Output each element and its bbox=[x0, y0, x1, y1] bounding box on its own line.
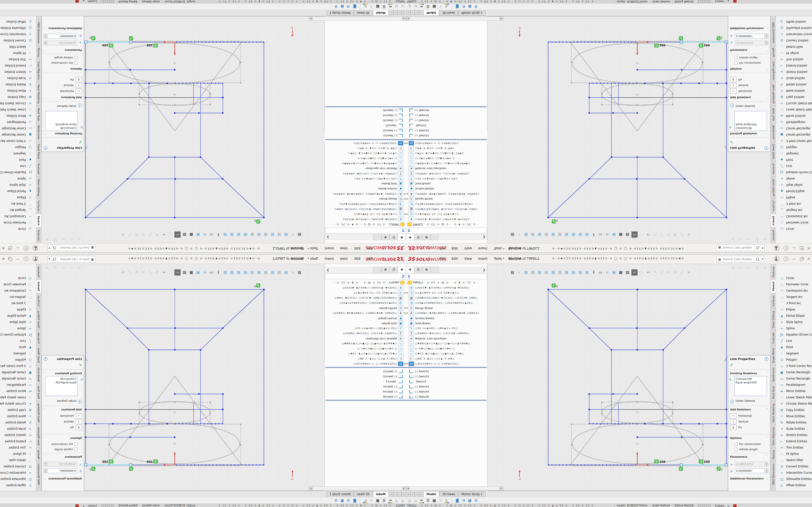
sketch-tool-menu-item[interactable]: ⊏ Offset Entities bbox=[776, 18, 812, 25]
view-tool-icon[interactable]: ▧ bbox=[270, 270, 275, 275]
motion-tool-icon[interactable]: ▦ bbox=[431, 4, 438, 9]
featuremanager-tab[interactable]: ⎘ bbox=[414, 234, 422, 240]
sketch-tool-menu-item[interactable]: ✳ Circular Sketch Pattern bbox=[776, 100, 812, 107]
doc-window-button[interactable]: ❐ bbox=[755, 237, 758, 241]
view-tool-icon[interactable]: ✕ bbox=[666, 232, 671, 237]
doc-window-button[interactable]: ◁ bbox=[78, 266, 81, 270]
sketch-tool-menu-item[interactable]: ⊏ Offset Entities bbox=[0, 18, 36, 25]
commandmanager-tab[interactable]: Sketch bbox=[36, 214, 41, 227]
doc-window-button[interactable]: — bbox=[747, 237, 750, 241]
tree-item-sketch[interactable]: (-) Sketch6 bbox=[406, 394, 487, 399]
additional-parameters-header[interactable]: Additional Parameters⌄ bbox=[730, 477, 768, 480]
panel-help-icon[interactable]: ? bbox=[764, 357, 768, 361]
sketch-tool-menu-item[interactable]: ⬡ Polygon bbox=[0, 144, 36, 151]
tab-nav-button[interactable]: ‹ bbox=[397, 10, 401, 15]
tree-item-sketch[interactable]: (-) Sketch2 bbox=[325, 128, 406, 133]
tree-item[interactable]: ▱ ○·⊙✚○✳◉▯○◦○▯◉✳○✚⊙·○ bbox=[325, 156, 406, 161]
sketch-tool-menu-item[interactable]: ⇗ Scale Entities bbox=[776, 426, 812, 432]
panel-help-icon[interactable]: ? bbox=[44, 146, 48, 150]
tree-item-sketch[interactable]: (-) Sketch6 bbox=[325, 108, 406, 113]
motion-tool-icon[interactable]: ∟ bbox=[444, 498, 450, 503]
sketch-tool-menu-item[interactable]: ◌ Perimeter Circle bbox=[776, 281, 812, 288]
sketch-tool-menu-item[interactable]: ✳ Circular Sketch Pattern bbox=[776, 400, 812, 407]
sketch-tool-menu-item[interactable]: ▣ Center Rectangle bbox=[776, 369, 812, 376]
tab-nav-button[interactable]: « bbox=[401, 10, 406, 15]
parameter-field-row[interactable]: ∠ 0.00000000° ▲▼ bbox=[44, 467, 82, 474]
sketch-tool-menu-item[interactable]: ⊢ Extend Entities bbox=[776, 438, 812, 445]
restore-button[interactable] bbox=[9, 246, 12, 249]
additional-parameters-header[interactable]: Additional Parameters⌄ bbox=[730, 27, 768, 30]
view-tool-icon[interactable]: ▧ bbox=[577, 232, 583, 237]
view-tool-icon[interactable]: ▾ bbox=[516, 232, 522, 237]
view-tool-icon[interactable]: ▣ bbox=[195, 232, 201, 237]
tree-item[interactable]: ▶ ◷ ○∧♟⊙✚ƧS◦Ʒ○◦○Ʒ◦SƧ✚⊙♟∧○ bbox=[406, 212, 487, 217]
tree-item[interactable]: ▱ ○✚ƷƆ◦♟○✳◉▯○◦○▯◉✳○♟◦ƆƷ✚○ bbox=[325, 151, 406, 156]
tree-item[interactable]: ▥ ○ƧS✚ƐƐSƧ○ИN⊙◦✚ƆƐƆƧ○◦○ƧƆƐƆ✚◦⊙NИ○ bbox=[325, 295, 406, 300]
parameter-field-row[interactable]: ↘ 10.88152731 ▲▼ bbox=[730, 40, 768, 46]
tab-nav-button[interactable]: » bbox=[389, 492, 393, 497]
existing-relations-header[interactable]: Existing Relations⌃ bbox=[44, 372, 82, 375]
tab-nav-button[interactable]: › bbox=[415, 492, 419, 497]
ok-check-icon[interactable]: ✔ bbox=[79, 140, 82, 145]
view-tool-icon[interactable]: ▤ bbox=[510, 270, 515, 275]
search-box[interactable]: ▣ Search CAD Models ▼ bbox=[47, 244, 96, 251]
motion-settings-icon[interactable]: ▦ bbox=[339, 4, 345, 9]
commandmanager-tab[interactable]: Markup bbox=[36, 448, 41, 461]
sketch-tool-menu-item[interactable]: ⌒ 3 Point Arc bbox=[776, 300, 812, 306]
commandmanager-tab[interactable]: Weldments bbox=[771, 365, 776, 384]
motion-tool-icon[interactable]: ⇅ bbox=[438, 4, 444, 9]
tree-item[interactable]: ◔ ○ƧS♟⊙ƧSИNƐƐSƧ○◦○ƧSƐƐNИƧS⊙♟ƧS○ bbox=[325, 202, 406, 207]
menu-item[interactable]: View bbox=[340, 257, 348, 261]
tree-item[interactable]: ◔ ○ƧS♟⊙ƧSИNƐƐSƧ○◦○ƧSƐƐNИƧS⊙♟ƧS○ bbox=[406, 300, 487, 305]
add-relations-header[interactable]: Add Relations⌃ bbox=[730, 96, 768, 99]
view-tool-icon[interactable]: ❀ bbox=[686, 232, 692, 237]
commandmanager-tab[interactable]: MBD Dimensions bbox=[771, 20, 776, 45]
panel-expand-arrow[interactable]: ❯ bbox=[483, 234, 487, 240]
parameter-input[interactable]: 10.88152731 bbox=[735, 41, 765, 45]
parameter-field-row[interactable]: ∠ 0.00000000° ▲▼ bbox=[730, 467, 768, 474]
commandmanager-tab[interactable]: Markup bbox=[771, 46, 776, 59]
view-tool-icon[interactable]: ▧ bbox=[564, 270, 569, 275]
sketch-tool-menu-item[interactable]: ∷ Linear Sketch Pattern bbox=[776, 394, 812, 400]
commandmanager-tab[interactable]: Features bbox=[771, 228, 776, 243]
sketch-tool-menu-item[interactable]: ○ Circle bbox=[0, 226, 36, 232]
relation-entry[interactable]: Equal length109 bbox=[735, 123, 766, 126]
motion-settings-icon[interactable]: ⚙ bbox=[473, 4, 479, 9]
view-tool-icon[interactable]: ✎ bbox=[652, 232, 658, 237]
doc-window-button[interactable]: ❐ bbox=[54, 266, 57, 270]
parameters-header[interactable]: Parameters⌃ bbox=[44, 455, 82, 458]
sketch-tool-menu-item[interactable]: ⊡ Convert Entities bbox=[776, 38, 812, 44]
view-tool-icon[interactable]: ▧ bbox=[550, 232, 556, 237]
commandmanager-tab[interactable]: Surfaces bbox=[771, 199, 776, 213]
view-tool-icon[interactable]: ↧ bbox=[591, 232, 597, 237]
featuremanager-tab[interactable]: ❖ bbox=[398, 234, 406, 240]
existing-relations-header[interactable]: Existing Relations⌃ bbox=[730, 372, 768, 375]
sketch-tool-menu-item[interactable]: ◇ 3 Point Center Recta... bbox=[776, 363, 812, 369]
tree-item[interactable]: Σ ○ƧSИN⊙◦✚A∩ƐƐ○◦○ƐƐ∩A✚◦⊙ИNƧS○ bbox=[325, 171, 406, 176]
motion-tool-icon[interactable]: ◪ bbox=[400, 498, 406, 503]
tab-nav-button[interactable]: ‹ bbox=[411, 10, 415, 15]
commandmanager-tab[interactable]: Features bbox=[771, 264, 776, 279]
sketch-tool-menu-item[interactable]: ◞ Sketch Fillet bbox=[776, 457, 812, 463]
commandmanager-tab[interactable]: Evaluate bbox=[36, 162, 41, 176]
view-tool-icon[interactable]: ↧ bbox=[591, 270, 597, 275]
sketch-tool-menu-item[interactable]: ⬡ Polygon bbox=[776, 144, 812, 151]
sketch-tool-menu-item[interactable]: ✂ Trim Entities bbox=[776, 445, 812, 451]
options-header[interactable]: Options⌃ bbox=[730, 67, 768, 70]
search-dropdown-icon[interactable]: ▼ bbox=[761, 257, 764, 262]
view-tool-icon[interactable]: ⌐ bbox=[646, 270, 651, 275]
motion-tool-icon[interactable]: ◪ bbox=[394, 4, 400, 9]
doc-window-button[interactable]: — bbox=[62, 237, 65, 241]
sketch-tool-menu-item[interactable]: ⬭ Ellipse bbox=[0, 194, 36, 201]
model-tab[interactable]: Motion Study 1 bbox=[326, 491, 354, 497]
tree-item[interactable]: ≡ Material <not specified> bbox=[325, 336, 406, 341]
sketch-tool-menu-item[interactable]: ◡ Tangent Arc bbox=[0, 207, 36, 213]
tree-item[interactable]: Ⱶ ○ИN◦Ʒ◦♟⊙○◦○⊙♟◦Ʒ◦NИ○ bbox=[406, 146, 487, 151]
view-tool-icon[interactable]: ✕ bbox=[666, 270, 671, 275]
tree-horizontal-scrollbar[interactable]: ◀ ▶ bbox=[309, 487, 406, 490]
view-tool-icon[interactable]: ▧ bbox=[229, 232, 235, 237]
tree-item[interactable]: ▶ 🗀 ○ƧSƐƐИNA∩·○◦○·∩AИNƐƐSƧ○ bbox=[325, 141, 406, 146]
spinner-control[interactable]: ▲▼ bbox=[765, 41, 768, 45]
checkbox[interactable] bbox=[74, 56, 78, 59]
minimize-button[interactable]: — bbox=[793, 256, 796, 262]
